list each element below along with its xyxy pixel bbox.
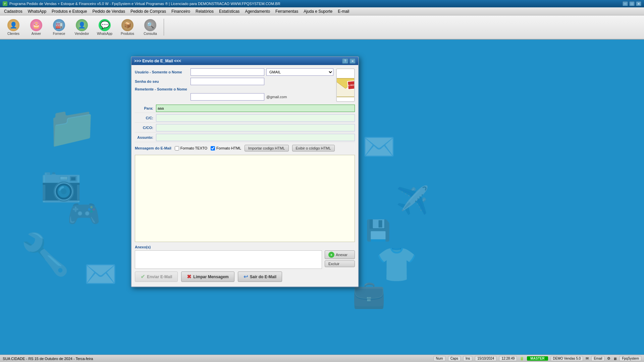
menu-pedido-vendas[interactable]: Pedido de Vendas xyxy=(90,8,127,14)
status-bar: SUA CIDADE - RS 15 de Outubro de 2024 - … xyxy=(0,355,644,362)
formato-html-group[interactable]: Formato HTML xyxy=(211,146,241,150)
menu-ajuda[interactable]: Ajuda e Suporte xyxy=(301,8,335,14)
cc-input[interactable] xyxy=(156,114,355,122)
exit-icon: ↩ xyxy=(244,274,248,280)
desktop: 📁 📷 🎮 🔧 ✉️ ✉️ ✈️ 💾 👕 💼 >>> Envio de E_Ma… xyxy=(0,40,644,355)
message-textarea[interactable] xyxy=(135,155,355,242)
checkmark-icon: ✔ xyxy=(141,274,145,280)
menu-agendamento[interactable]: Agendamento xyxy=(242,8,273,14)
clientes-label: Clientes xyxy=(7,32,19,36)
envelope-container: E-MAIL xyxy=(336,72,355,99)
sair-label: Sair do E-Mail xyxy=(250,275,276,279)
assunto-input[interactable] xyxy=(156,134,355,141)
assunto-row: Assunto: xyxy=(135,134,355,142)
attach-row: + Anexar Excluir xyxy=(135,250,355,269)
whatsapp-label: WhatsApp xyxy=(97,32,112,36)
cco-input[interactable] xyxy=(156,124,355,131)
gmail-select[interactable]: GMAIL HOTMAIL YAHOO OUTLOOK xyxy=(266,68,333,76)
menu-pedido-compras[interactable]: Pedido de Compras xyxy=(128,8,169,14)
para-row: Para: xyxy=(135,105,355,113)
deco-envelope-right: ✉️ xyxy=(362,133,396,160)
title-bar: P Programa Pedido de Vendas + Estoque & … xyxy=(0,0,644,7)
menu-ferramentas[interactable]: Ferramentas xyxy=(273,8,301,14)
gmail-suffix: @gmail.com xyxy=(266,95,287,99)
para-input[interactable] xyxy=(156,105,355,112)
cco-row: C/CO: xyxy=(135,124,355,132)
excluir-label: Excluir xyxy=(328,262,339,266)
mensagem-label: Mensagem do E-Mail xyxy=(135,146,171,150)
formato-texto-group[interactable]: Formato TEXTO xyxy=(175,146,207,150)
remetente-row: Remetente - Somente o Nome xyxy=(135,87,333,91)
enviar-label: Enviar E-Mail xyxy=(147,275,172,279)
status-num: Num xyxy=(434,356,445,361)
sair-email-button[interactable]: ↩ Sair do E-Mail xyxy=(238,272,282,282)
status-battery-icon: 🔋 xyxy=(520,356,524,361)
remetente-input[interactable] xyxy=(191,93,264,101)
senha-label: Senha do seu xyxy=(135,79,189,83)
minimize-button[interactable]: ─ xyxy=(623,1,628,6)
menu-relatorios[interactable]: Relatórios xyxy=(193,8,216,14)
title-bar-controls: ─ □ ✕ xyxy=(623,1,641,6)
whatsapp-icon: 💬 xyxy=(99,19,111,31)
toolbar-consulta[interactable]: 🔍 Consulta xyxy=(140,16,161,38)
modal-help-button[interactable]: ? xyxy=(342,58,348,64)
anexar-button[interactable]: + Anexar xyxy=(325,250,355,259)
menu-email[interactable]: E-mail xyxy=(335,8,352,14)
importar-html-button[interactable]: Importar codigo HTML xyxy=(245,145,288,152)
status-monitor-icon: 🖥 xyxy=(613,357,617,361)
formato-html-checkbox[interactable] xyxy=(211,146,215,150)
recipient-fields: Para: C/C: C/CO: Assunto: xyxy=(135,105,355,142)
produtos-icon: 📦 xyxy=(121,19,133,31)
usuario-input[interactable] xyxy=(191,68,264,76)
format-bar: Mensagem do E-Mail Formato TEXTO Formato… xyxy=(135,143,355,153)
attach-list[interactable] xyxy=(135,250,322,269)
status-settings-icon: ⚙ xyxy=(607,356,610,361)
modal-body: Usuário - Somente o Nome GMAIL HOTMAIL Y… xyxy=(131,65,358,287)
close-button[interactable]: ✕ xyxy=(636,1,641,6)
menu-cadastros[interactable]: Cadastros xyxy=(1,8,25,14)
envelope-svg: E-MAIL xyxy=(336,72,355,99)
toolbar-clientes[interactable]: 👤 Clientes xyxy=(3,16,24,38)
modal-close-button[interactable]: ✕ xyxy=(350,58,356,64)
usuario-row: Usuário - Somente o Nome GMAIL HOTMAIL Y… xyxy=(135,68,333,76)
toolbar-separator xyxy=(164,19,164,36)
limpar-mensagem-button[interactable]: ✖ Limpar Mensagem xyxy=(181,272,234,282)
status-ins: Ins xyxy=(463,356,472,361)
vendedor-label: Vendedor xyxy=(75,32,89,36)
email-modal: >>> Envio de E_Mail <<< ? ✕ Usuário - So… xyxy=(131,56,359,287)
menu-produtos-estoque[interactable]: Produtos e Estoque xyxy=(49,8,90,14)
senha-input[interactable] xyxy=(191,78,264,85)
formato-html-label: Formato HTML xyxy=(216,146,241,150)
menu-whatsapp[interactable]: WhatsApp xyxy=(25,8,49,14)
toolbar-fornece[interactable]: 🏭 Fornece xyxy=(48,16,70,38)
deco-wrench: 🔧 xyxy=(20,234,70,274)
usuario-label: Usuário - Somente o Nome xyxy=(135,70,189,74)
enviar-email-button[interactable]: ✔ Enviar E-Mail xyxy=(135,272,178,282)
action-bar: ✔ Enviar E-Mail ✖ Limpar Mensagem ↩ Sair… xyxy=(135,269,355,283)
toolbar-aniver[interactable]: 🎂 Aniver xyxy=(25,16,47,38)
exibir-html-button[interactable]: Exibir o código HTML xyxy=(292,145,335,152)
maximize-button[interactable]: □ xyxy=(629,1,635,6)
deco-shirt: 👕 xyxy=(376,247,418,281)
formato-texto-label: Formato TEXTO xyxy=(180,146,207,150)
status-city-date: SUA CIDADE - RS 15 de Outubro de 2024 - … xyxy=(3,357,431,361)
status-time: 12:28:49 xyxy=(499,356,517,361)
modal-controls: ? ✕ xyxy=(342,58,356,64)
status-email: Email xyxy=(591,356,604,361)
para-label: Para: xyxy=(135,106,153,110)
cc-row: C/C: xyxy=(135,114,355,123)
app-icon: P xyxy=(3,1,7,6)
deco-usb: 💾 xyxy=(366,221,391,241)
toolbar: 👤 Clientes 🎂 Aniver 🏭 Fornece 👤 Vendedor… xyxy=(0,15,644,40)
toolbar-produtos[interactable]: 📦 Produtos xyxy=(117,16,138,38)
toolbar-whatsapp[interactable]: 💬 WhatsApp xyxy=(94,16,115,38)
status-date: 15/10/2024 xyxy=(475,356,496,361)
anexar-icon: + xyxy=(328,252,334,258)
deco-folder: 📁 xyxy=(47,107,97,147)
menu-estatisticas[interactable]: Estatísticas xyxy=(216,8,242,14)
menu-financeiro[interactable]: Financeiro xyxy=(169,8,193,14)
excluir-button[interactable]: Excluir xyxy=(325,260,355,267)
toolbar-vendedor[interactable]: 👤 Vendedor xyxy=(71,16,93,38)
modal-titlebar: >>> Envio de E_Mail <<< ? ✕ xyxy=(131,57,358,65)
formato-texto-checkbox[interactable] xyxy=(175,146,179,150)
